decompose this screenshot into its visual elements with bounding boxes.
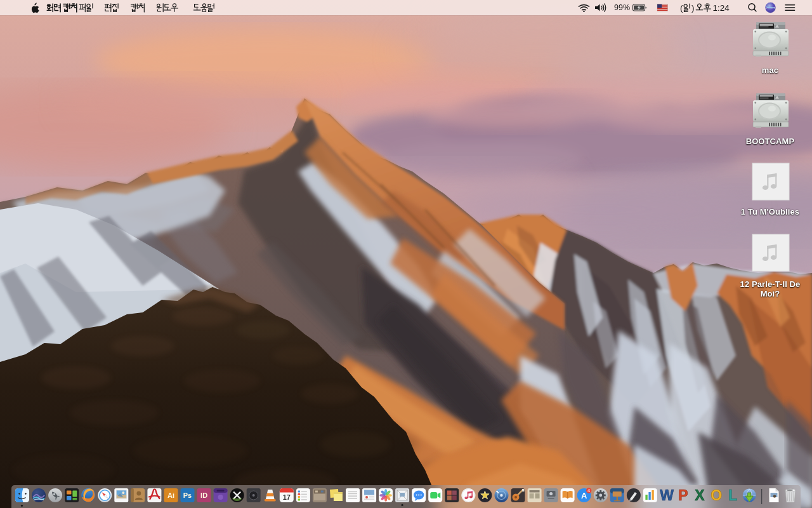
svg-text:W: W (660, 487, 674, 504)
svg-text:O: O (710, 487, 722, 504)
svg-text:): ) (691, 3, 695, 13)
svg-text:99%: 99% (614, 3, 630, 12)
svg-text:A: A (581, 491, 587, 500)
svg-text:(: ( (680, 3, 683, 13)
svg-text:ID: ID (200, 491, 207, 499)
svg-text:X: X (695, 487, 705, 504)
svg-text:1:24: 1:24 (713, 3, 730, 13)
svg-text:P: P (678, 487, 688, 504)
svg-text:L: L (728, 487, 737, 504)
svg-text:4: 4 (587, 488, 590, 493)
svg-text:Ps: Ps (183, 491, 192, 499)
svg-text:Ai: Ai (167, 491, 174, 499)
svg-text:17: 17 (283, 493, 291, 501)
